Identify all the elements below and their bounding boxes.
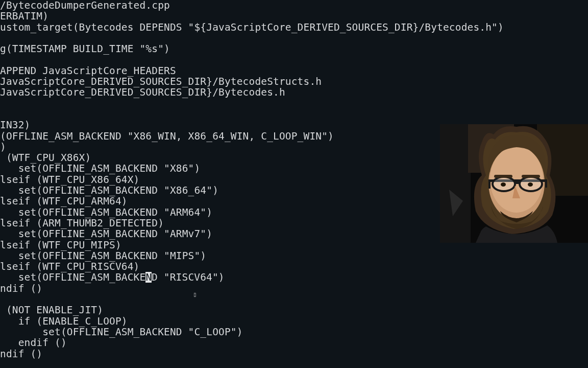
code-line [0,294,588,305]
code-line: lseif (WTF_CPU_RISCV64) [0,261,588,272]
svg-rect-7 [488,179,491,189]
code-line: JavaScriptCore_DERIVED_SOURCES_DIR}/Byte… [0,76,588,87]
code-line: endif () [0,337,588,348]
text-cursor: N [145,272,152,283]
svg-point-15 [528,182,533,187]
svg-rect-1 [440,124,471,243]
svg-rect-16 [494,175,512,178]
code-line: APPEND JavaScriptCore_HEADERS [0,65,588,76]
code-line: ndif () [0,349,588,359]
code-line: ERBATIM) [0,11,588,21]
svg-rect-8 [545,179,547,188]
code-line [0,33,588,43]
code-line [0,98,588,109]
code-line: ustom_target(Bytecodes DEPENDS "${JavaSc… [0,22,588,33]
code-line: ndif () [0,283,588,294]
code-line: if (ENABLE_C_LOOP) [0,316,588,327]
code-line: JavaScriptCore_DERIVED_SOURCES_DIR}/Byte… [0,87,588,98]
code-line [0,54,588,65]
webcam-overlay [440,124,588,243]
code-line: set(OFFLINE_ASM_BACKEND "MIPS") [0,250,588,261]
svg-rect-17 [522,175,540,178]
code-line: (NOT ENABLE_JIT) [0,305,588,315]
code-line: set(OFFLINE_ASM_BACKEND "C_LOOP") [0,327,588,337]
svg-point-14 [501,182,506,187]
code-line: set(OFFLINE_ASM_BACKEND "RISCV64") [0,272,588,283]
code-line: /BytecodeDumperGenerated.cpp [0,0,588,11]
code-line [0,109,588,120]
person-icon [440,124,588,243]
code-line: g(TIMESTAMP BUILD_TIME "%s") [0,43,588,54]
